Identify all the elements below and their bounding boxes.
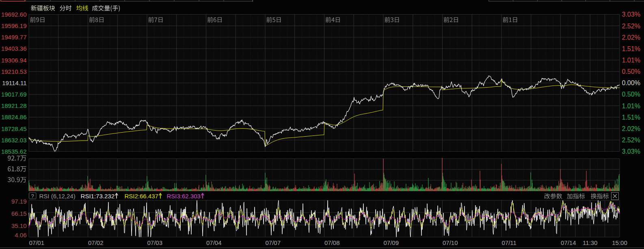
svg-text:07/01: 07/01 bbox=[29, 239, 45, 246]
svg-text:07/14: 07/14 bbox=[561, 239, 576, 246]
svg-text:3.03%: 3.03% bbox=[622, 148, 640, 155]
svg-text:2.02%: 2.02% bbox=[622, 34, 640, 41]
svg-text:4.06: 4.06 bbox=[15, 232, 26, 238]
svg-text:19692.60: 19692.60 bbox=[1, 11, 27, 18]
svg-text:18632.03: 18632.03 bbox=[1, 137, 27, 144]
svg-text:3.03%: 3.03% bbox=[622, 11, 640, 18]
svg-text:66.15: 66.15 bbox=[11, 210, 27, 217]
svg-text:19306.94: 19306.94 bbox=[1, 57, 27, 64]
svg-text:35.10: 35.10 bbox=[11, 222, 27, 229]
svg-text:19210.53: 19210.53 bbox=[1, 68, 27, 75]
svg-text:18535.62: 18535.62 bbox=[1, 148, 27, 155]
svg-text:19596.19: 19596.19 bbox=[1, 22, 27, 29]
svg-text:07/08: 07/08 bbox=[324, 239, 340, 246]
svg-text:07/04: 07/04 bbox=[206, 239, 222, 246]
svg-text:1.51%: 1.51% bbox=[622, 114, 640, 121]
svg-text:2.52%: 2.52% bbox=[622, 23, 640, 30]
svg-text:18728.45: 18728.45 bbox=[1, 125, 27, 132]
svg-text:15:00: 15:00 bbox=[612, 239, 627, 246]
svg-text:07/10: 07/10 bbox=[443, 239, 458, 246]
svg-text:0.50%: 0.50% bbox=[622, 91, 640, 98]
svg-text:1.01%: 1.01% bbox=[622, 103, 640, 109]
svg-text:07/07: 07/07 bbox=[266, 239, 281, 246]
svg-text:07/02: 07/02 bbox=[88, 239, 104, 246]
svg-text:RSI1:73.232: RSI1:73.232 bbox=[81, 193, 115, 200]
svg-text:RSI2:66.437: RSI2:66.437 bbox=[125, 193, 158, 200]
svg-text:19403.36: 19403.36 bbox=[1, 45, 27, 52]
svg-text:11:30: 11:30 bbox=[583, 239, 597, 246]
svg-text:1.51%: 1.51% bbox=[622, 45, 640, 52]
svg-text:RSI (6,12,24): RSI (6,12,24) bbox=[39, 193, 76, 200]
svg-text:19499.77: 19499.77 bbox=[1, 34, 27, 41]
svg-text:RSI3:62.303: RSI3:62.303 bbox=[167, 193, 201, 200]
svg-text:97.19: 97.19 bbox=[11, 198, 27, 205]
svg-text:19017.69: 19017.69 bbox=[1, 91, 27, 98]
svg-text:0.00%: 0.00% bbox=[622, 79, 640, 86]
svg-text:18921.28: 18921.28 bbox=[1, 102, 27, 109]
svg-text:07/03: 07/03 bbox=[147, 239, 163, 246]
svg-text:19114.11: 19114.11 bbox=[2, 79, 26, 86]
svg-text:?: ? bbox=[31, 193, 34, 199]
svg-text:2.52%: 2.52% bbox=[622, 137, 640, 144]
svg-text:2.02%: 2.02% bbox=[622, 125, 640, 132]
svg-text:0.50%: 0.50% bbox=[622, 68, 640, 75]
svg-text:07/09: 07/09 bbox=[384, 239, 399, 246]
svg-text:07/11: 07/11 bbox=[502, 239, 516, 246]
svg-text:1.01%: 1.01% bbox=[622, 57, 640, 64]
svg-text:18824.86: 18824.86 bbox=[1, 114, 27, 120]
